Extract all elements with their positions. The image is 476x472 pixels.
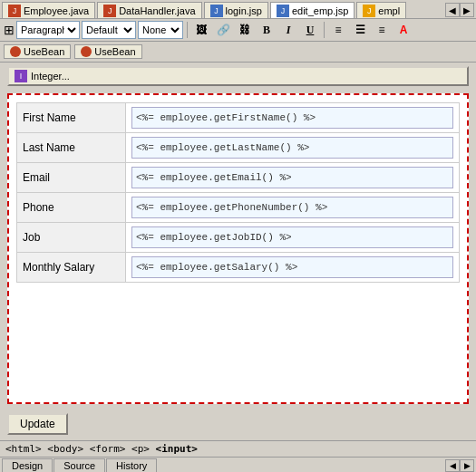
status-bar: <html> <body> <form> <p> <input> xyxy=(0,440,476,457)
bottom-tab-source[interactable]: Source xyxy=(53,458,105,472)
tab-edit-emp-jsp[interactable]: J edit_emp.jsp xyxy=(270,2,355,18)
tab-label: empl xyxy=(378,5,400,16)
none-select[interactable]: None xyxy=(138,21,183,39)
use-bean-1[interactable]: UseBean xyxy=(4,44,71,59)
tab-empl[interactable]: J empl xyxy=(356,2,406,18)
form-container: First NameLast NameEmailPhoneJobMonthly … xyxy=(7,93,469,404)
tab-label: login.jsp xyxy=(226,5,262,16)
bottom-tab-design-label: Design xyxy=(12,460,43,471)
field-input-cell-1 xyxy=(126,133,460,163)
integer-label: Integer... xyxy=(31,71,70,82)
bean-label-1: UseBean xyxy=(24,46,64,57)
underline-button[interactable]: U xyxy=(300,21,320,39)
jsp-icon: J xyxy=(277,5,289,17)
table-row: First Name xyxy=(17,103,460,133)
link-icon[interactable]: 🔗 xyxy=(213,21,233,39)
align-right-icon[interactable]: ≡ xyxy=(372,21,392,39)
html-path-input: <input> xyxy=(156,443,198,455)
table-row: Email xyxy=(17,163,460,193)
field-input-4[interactable] xyxy=(131,226,453,248)
scroll-right-btn[interactable]: ▶ xyxy=(460,459,474,472)
field-label-2: Email xyxy=(17,163,126,193)
integer-icon: I xyxy=(15,70,27,82)
bottom-tab-bar: Design Source History ◀ ▶ xyxy=(0,457,476,472)
form-table: First NameLast NameEmailPhoneJobMonthly … xyxy=(16,102,460,283)
update-button[interactable]: Update xyxy=(7,413,68,435)
tab-nav-left[interactable]: ◀ xyxy=(445,3,460,17)
scroll-left-btn[interactable]: ◀ xyxy=(445,459,460,472)
bottom-tab-design[interactable]: Design xyxy=(2,458,53,472)
italic-button[interactable]: I xyxy=(278,21,298,39)
tab-employee-java[interactable]: J Employee.java xyxy=(2,2,95,18)
jsp-icon: J xyxy=(210,5,223,17)
field-label-0: First Name xyxy=(17,103,126,133)
field-label-5: Monthly Salary xyxy=(17,253,126,283)
tab-label: edit_emp.jsp xyxy=(292,5,348,16)
use-bean-2[interactable]: UseBean xyxy=(74,44,141,59)
field-input-cell-0 xyxy=(126,103,460,133)
bottom-scroll: ◀ ▶ xyxy=(445,459,474,472)
bottom-tab-history-label: History xyxy=(116,460,147,471)
tab-bar: J Employee.java J DataHandler.java J log… xyxy=(0,0,476,19)
main-content: First NameLast NameEmailPhoneJobMonthly … xyxy=(0,90,476,408)
tab-label: DataHandler.java xyxy=(119,5,195,16)
bean-label-2: UseBean xyxy=(94,46,135,57)
image-icon[interactable]: 🖼 xyxy=(191,21,211,39)
align-left-icon[interactable]: ≡ xyxy=(328,21,348,39)
tab-nav: ◀ ▶ xyxy=(445,3,474,17)
java-icon: J xyxy=(8,5,21,17)
bottom-tab-source-label: Source xyxy=(63,460,95,471)
update-area: Update xyxy=(0,408,476,440)
bean-icon-2 xyxy=(81,46,92,57)
table-row: Last Name xyxy=(17,133,460,163)
toolbar-separator-2 xyxy=(324,22,325,38)
field-label-3: Phone xyxy=(17,193,126,223)
field-label-1: Last Name xyxy=(17,133,126,163)
chain-icon[interactable]: ⛓ xyxy=(235,21,255,39)
tab-login-jsp[interactable]: J login.jsp xyxy=(204,2,268,18)
color-icon[interactable]: A xyxy=(393,21,413,39)
field-label-4: Job xyxy=(17,223,126,253)
beans-bar: UseBean UseBean xyxy=(0,42,476,63)
field-input-cell-4 xyxy=(126,223,460,253)
field-input-2[interactable] xyxy=(131,167,453,188)
html-path: <html> <body> <form> <p> <input> xyxy=(5,443,198,455)
field-input-cell-5 xyxy=(126,253,460,283)
field-input-cell-2 xyxy=(126,163,460,193)
tab-datahandler-java[interactable]: J DataHandler.java xyxy=(97,2,201,18)
paragraph-select[interactable]: Paragraph xyxy=(16,21,80,39)
table-row: Phone xyxy=(17,193,460,223)
toolbar-separator-1 xyxy=(187,22,188,38)
align-center-icon[interactable]: ☰ xyxy=(350,21,370,39)
field-input-5[interactable] xyxy=(131,256,453,278)
toolbar: ⊞ Paragraph Default None 🖼 🔗 ⛓ B I U ≡ ☰… xyxy=(0,19,476,42)
tab-label: Employee.java xyxy=(24,5,89,16)
integer-bar: I Integer... xyxy=(0,63,476,90)
table-row: Monthly Salary xyxy=(17,253,460,283)
integer-button[interactable]: I Integer... xyxy=(7,66,469,86)
field-input-1[interactable] xyxy=(131,137,453,159)
default-select[interactable]: Default xyxy=(82,21,136,39)
field-input-0[interactable] xyxy=(131,107,453,129)
bean-icon-1 xyxy=(10,46,21,57)
toolbar-icon-1: ⊞ xyxy=(4,23,15,37)
bottom-tab-history[interactable]: History xyxy=(106,458,157,472)
field-input-cell-3 xyxy=(126,193,460,223)
java-icon: J xyxy=(103,5,116,17)
table-row: Job xyxy=(17,223,460,253)
bold-button[interactable]: B xyxy=(257,21,277,39)
field-input-3[interactable] xyxy=(131,197,453,218)
html-path-text: <html> <body> <form> <p> xyxy=(5,443,156,455)
tab-nav-right[interactable]: ▶ xyxy=(460,3,474,17)
tab-icon: J xyxy=(363,5,375,17)
